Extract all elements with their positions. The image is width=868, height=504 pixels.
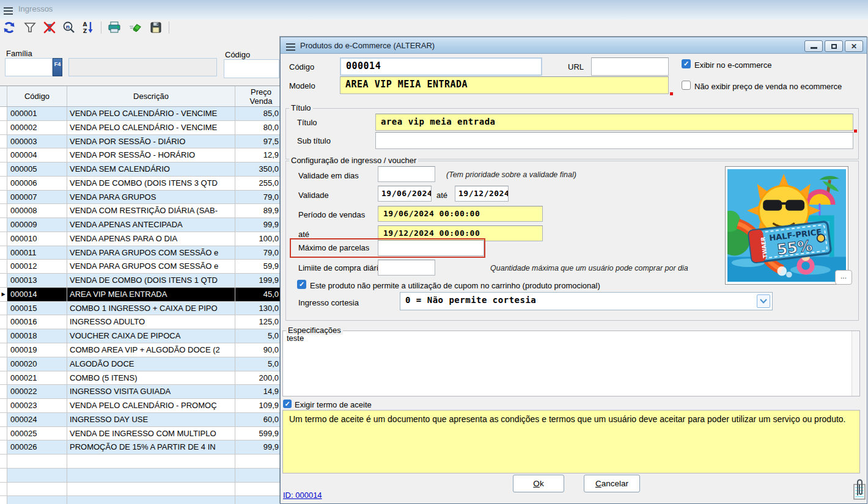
table-row[interactable]: 000009VENDA APENAS ANTECIPADA99,9 [0,218,287,232]
app-menu-icon[interactable] [4,5,13,16]
table-empty-row[interactable] [0,496,287,504]
toolbar-separator [169,21,169,34]
row-selector-gutter [0,148,7,162]
familia-label: Família [6,49,32,58]
nao-exibir-checkbox-label: Não exibir preço de venda no ecommerce [694,82,842,91]
limite-input[interactable] [378,260,435,276]
termo-checkbox[interactable]: ✓ [283,400,292,408]
table-row[interactable]: 000001VENDA PELO CALENDÁRIO - VENCIME85,… [0,107,287,121]
image-browse-button[interactable]: ... [835,270,852,285]
periodo-de-field[interactable]: 19/06/2024 00:00:00 [378,206,543,222]
row-desc: PROMOÇÃO DE 15% A PARTIR DE 4 IN [67,440,235,454]
table-empty-row[interactable] [0,455,287,469]
table-row[interactable]: 000015COMBO 1 INGRESSO + CAIXA DE PIPO13… [0,302,287,316]
ok-button[interactable]: Ok [513,475,564,492]
nao-exibir-checkbox[interactable] [682,81,691,90]
table-row[interactable]: 000003VENDA POR SESSÃO - DIÁRIO97,5 [0,135,287,149]
subtitulo-input[interactable] [375,132,853,149]
config-groupbox: Configuração de ingresso / voucher Valid… [285,161,859,321]
table-row[interactable]: 000006VENDA DE COMBO (DOIS ITENS 3 QTD25… [0,177,287,191]
cupom-checkbox[interactable]: ✓ [297,280,306,289]
dlg-codigo-field[interactable]: 000014 [340,57,542,76]
termo-textarea[interactable]: Um termo de aceite é um documento que ap… [282,410,860,473]
cortesia-label: Ingresso cortesia [298,298,359,307]
row-code: 000002 [7,121,67,134]
required-marker [854,130,857,133]
dialog-titlebar[interactable]: Produtos do e-Commerce (ALTERAR) ✕ [281,37,867,54]
validade-dias-input[interactable] [378,166,435,182]
row-selector-gutter [0,177,7,190]
close-button[interactable]: ✕ [845,40,863,52]
table-row[interactable]: 000022INGRESSO VISITA GUIADA14,9 [0,385,287,399]
table-row[interactable]: 000008VENDA COM RESTRIÇÃO DIÁRIA (SAB-89… [0,204,287,218]
row-selector-gutter [0,440,7,454]
table-row[interactable]: 000013VENDA DE COMBO (DOIS ITENS 1 QTD19… [0,274,287,288]
sort-az-icon[interactable]: AZ [82,21,95,34]
refresh-icon[interactable] [2,21,16,34]
table-row[interactable]: 000018VOUCHER CAIXA DE PIPOCA5,0 [0,329,287,343]
ate-label: até [436,191,447,200]
row-desc: VENDA POR SESSÃO - HORÁRIO [67,148,235,162]
table-row[interactable]: 000012VENDA PARA GRUPOS COM SESSÃO e59,9 [0,260,287,274]
maximize-button[interactable] [825,40,843,52]
row-desc [67,483,235,496]
validade-ate-field[interactable]: 19/12/2024 [455,186,509,202]
table-row[interactable]: 000004VENDA POR SESSÃO - HORÁRIO12,9 [0,148,287,163]
clean-icon[interactable] [128,21,142,34]
dialog-menu-icon[interactable] [286,42,295,53]
table-row[interactable]: 000010VENDA APENAS PARA O DIA100,0 [0,232,287,246]
espec-scrollbar[interactable] [851,331,859,396]
table-row[interactable]: 000016INGRESSO ADULTO125,0 [0,315,287,329]
validade-de-field[interactable]: 19/06/2024 [378,186,432,202]
svg-text:Z: Z [83,28,87,34]
row-code: 000023 [7,399,67,412]
table-row[interactable]: ▶000014AREA VIP MEIA ENTRADA45,0 [0,288,287,302]
table-row[interactable]: 000019COMBO AREA VIP + ALGODÃO DOCE (290… [0,343,287,357]
familia-f4-button[interactable]: F4 [53,58,62,76]
table-row[interactable]: 000002VENDA PELO CALENDÁRIO - VENCIME80,… [0,121,287,135]
table-row[interactable]: 000011VENDA PARA GRUPOS COM SESSÃO e79,0 [0,246,287,260]
find-icon[interactable]: n [62,21,76,34]
exibir-checkbox[interactable]: ✓ [682,59,691,68]
record-id-link[interactable]: ID: 000014 [283,491,322,500]
row-code [7,455,67,468]
familia-input[interactable] [5,58,53,76]
table-row[interactable]: 000007VENDA PARA GRUPOS79,0 [0,191,287,205]
notes-icon[interactable] [853,477,866,504]
app-title: Ingressos [18,4,53,13]
maximo-parcelas-input[interactable] [378,240,484,256]
table-row[interactable]: 000005VENDA SEM CALENDÁRIO350,0 [0,163,287,177]
row-desc: VENDA DE COMBO (DOIS ITENS 1 QTD [67,274,235,287]
table-row[interactable]: 000024INGRESSO DAY USE60,0 [0,413,287,427]
filter-icon[interactable] [23,21,37,34]
row-code: 000022 [7,385,67,398]
clear-filter-icon[interactable] [43,21,56,34]
row-desc: VENDA PARA GRUPOS [67,191,235,204]
dlg-url-input[interactable] [591,57,669,76]
product-table-body: 000001VENDA PELO CALENDÁRIO - VENCIME85,… [0,107,287,504]
table-row[interactable]: 000025VENDA DE INGRESSO COM MULTIPLO599,… [0,427,287,441]
espec-textarea[interactable]: teste [287,334,304,343]
cortesia-select[interactable]: 0 = Não permite cortesia [400,292,773,310]
minimize-button[interactable] [804,40,823,52]
table-row[interactable]: 000020ALGODÃO DOCE5,0 [0,357,287,371]
row-code: 000007 [7,191,67,204]
row-selector-gutter [0,483,7,496]
table-row[interactable]: 000021COMBO (5 ITENS)200,0 [0,371,287,385]
dlg-modelo-field[interactable]: AREA VIP MEIA ENTRADA [340,76,669,94]
cupom-checkbox-label: Este produto não permite a utilização de… [310,281,600,290]
table-empty-row[interactable] [0,469,287,483]
table-row[interactable]: 000023VENDA PELO CALENDÁRIO - PROMOÇ109,… [0,399,287,413]
espec-groupbox: Especificações teste [282,331,860,396]
table-row[interactable]: 000026PROMOÇÃO DE 15% A PARTIR DE 4 IN99… [0,440,287,455]
maximo-label: Máximo de parcelas [298,243,369,252]
print-icon[interactable] [108,21,121,34]
svg-text:A: A [83,21,87,27]
table-empty-row[interactable] [0,483,287,497]
codigo-filter-input[interactable] [224,59,279,78]
save-icon[interactable] [149,21,163,34]
titulo-field[interactable]: area vip meia entrada [375,114,853,131]
cancel-button[interactable]: Cancelar [584,475,640,492]
chevron-down-icon[interactable] [757,294,770,308]
row-selector-gutter [0,329,7,343]
